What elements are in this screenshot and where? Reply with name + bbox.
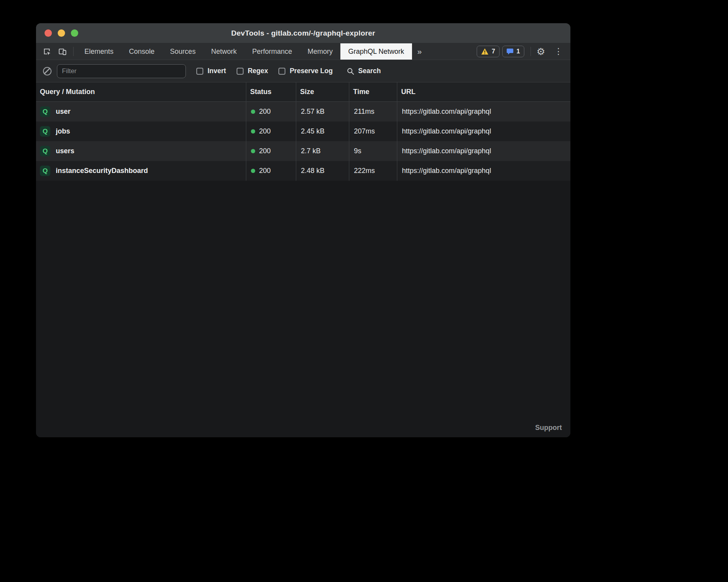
column-header-time[interactable]: Time xyxy=(349,82,397,101)
traffic-lights xyxy=(45,23,78,43)
support-link[interactable]: Support xyxy=(535,424,562,432)
status-code: 200 xyxy=(259,108,271,116)
query-type-badge: Q xyxy=(40,146,50,156)
issue-bubble-icon xyxy=(507,48,513,55)
tab-console[interactable]: Console xyxy=(121,43,162,60)
status-ok-dot xyxy=(251,110,255,114)
checkbox-box xyxy=(237,68,244,75)
status-ok-dot xyxy=(251,149,255,153)
query-cell: Qjobs xyxy=(36,122,246,141)
checkbox-label: Invert xyxy=(208,67,226,75)
inspect-element-icon[interactable] xyxy=(39,43,55,60)
warnings-badge[interactable]: 7 xyxy=(477,46,500,57)
filter-toolbar: Invert Regex Preserve Log Search xyxy=(36,60,570,82)
tab-graphql-network[interactable]: GraphQL Network xyxy=(340,43,412,60)
search-icon xyxy=(347,67,354,75)
time-cell: 211ms xyxy=(349,102,397,122)
time-cell: 222ms xyxy=(349,161,397,181)
checkbox-label: Regex xyxy=(248,67,268,75)
column-header-status[interactable]: Status xyxy=(246,82,296,101)
table-row[interactable]: Qjobs2002.45 kB207mshttps://gitlab.com/a… xyxy=(36,122,570,141)
status-cell: 200 xyxy=(246,122,296,141)
table-row[interactable]: Qusers2002.7 kB9shttps://gitlab.com/api/… xyxy=(36,141,570,161)
tab-memory[interactable]: Memory xyxy=(300,43,340,60)
warning-triangle-icon xyxy=(481,48,489,55)
toolbar-divider xyxy=(73,47,74,56)
column-header-size[interactable]: Size xyxy=(296,82,349,101)
minimize-window-button[interactable] xyxy=(58,29,65,37)
checkbox-box xyxy=(278,68,285,75)
checkbox-box xyxy=(196,68,203,75)
tab-network[interactable]: Network xyxy=(203,43,244,60)
status-code: 200 xyxy=(259,147,271,155)
column-header-url[interactable]: URL xyxy=(397,82,570,101)
settings-gear-icon[interactable]: ⚙ xyxy=(533,43,549,60)
query-cell: QinstanceSecurityDashboard xyxy=(36,161,246,181)
tabbar-spacer xyxy=(427,43,476,60)
zoom-window-button[interactable] xyxy=(71,29,78,37)
kebab-menu-icon[interactable]: ⋮ xyxy=(549,43,568,60)
time-cell: 207ms xyxy=(349,122,397,141)
requests-table: Query / Mutation Status Size Time URL Qu… xyxy=(36,82,570,437)
search-label: Search xyxy=(358,67,381,75)
size-cell: 2.7 kB xyxy=(296,141,349,161)
url-cell: https://gitlab.com/api/graphql xyxy=(397,102,570,122)
status-ok-dot xyxy=(251,169,255,173)
query-name: user xyxy=(56,108,70,116)
request-table-body: Quser2002.57 kB211mshttps://gitlab.com/a… xyxy=(36,102,570,181)
tabbar-right-divider xyxy=(531,47,531,56)
query-type-badge: Q xyxy=(40,166,50,176)
checkbox-label: Preserve Log xyxy=(290,67,333,75)
status-ok-dot xyxy=(251,129,255,134)
table-header: Query / Mutation Status Size Time URL xyxy=(36,82,570,102)
issues-badge[interactable]: 1 xyxy=(502,46,524,57)
table-row[interactable]: QinstanceSecurityDashboard2002.48 kB222m… xyxy=(36,161,570,181)
url-cell: https://gitlab.com/api/graphql xyxy=(397,122,570,141)
issue-count: 1 xyxy=(517,48,520,55)
warning-count: 7 xyxy=(492,48,495,55)
status-badges: 7 1 xyxy=(477,43,524,60)
tab-performance[interactable]: Performance xyxy=(244,43,300,60)
size-cell: 2.48 kB xyxy=(296,161,349,181)
url-cell: https://gitlab.com/api/graphql xyxy=(397,161,570,181)
more-tabs-button[interactable]: » xyxy=(412,43,428,60)
window-title: DevTools - gitlab.com/-/graphql-explorer xyxy=(231,29,375,38)
size-cell: 2.57 kB xyxy=(296,102,349,122)
tab-strip: ElementsConsoleSourcesNetworkPerformance… xyxy=(77,43,412,60)
block-icon xyxy=(43,67,52,75)
url-cell: https://gitlab.com/api/graphql xyxy=(397,141,570,161)
close-window-button[interactable] xyxy=(45,29,52,37)
clear-requests-icon[interactable] xyxy=(43,67,52,75)
query-cell: Qusers xyxy=(36,141,246,161)
titlebar: DevTools - gitlab.com/-/graphql-explorer xyxy=(36,23,570,43)
tab-sources[interactable]: Sources xyxy=(162,43,203,60)
filter-input[interactable] xyxy=(57,64,186,78)
query-type-badge: Q xyxy=(40,106,50,117)
query-name: users xyxy=(56,147,74,155)
status-code: 200 xyxy=(259,167,271,175)
column-header-query[interactable]: Query / Mutation xyxy=(36,82,246,101)
device-toolbar-icon[interactable] xyxy=(55,43,70,60)
invert-checkbox[interactable]: Invert xyxy=(196,67,226,75)
status-code: 200 xyxy=(259,127,271,135)
query-type-badge: Q xyxy=(40,126,50,137)
preserve-log-checkbox[interactable]: Preserve Log xyxy=(278,67,333,75)
query-name: instanceSecurityDashboard xyxy=(56,167,148,175)
table-row[interactable]: Quser2002.57 kB211mshttps://gitlab.com/a… xyxy=(36,102,570,122)
query-name: jobs xyxy=(56,127,70,135)
query-cell: Quser xyxy=(36,102,246,122)
time-cell: 9s xyxy=(349,141,397,161)
size-cell: 2.45 kB xyxy=(296,122,349,141)
devtools-window: DevTools - gitlab.com/-/graphql-explorer… xyxy=(36,23,570,437)
tab-elements[interactable]: Elements xyxy=(77,43,121,60)
status-cell: 200 xyxy=(246,102,296,122)
search-button[interactable]: Search xyxy=(347,67,381,75)
status-cell: 200 xyxy=(246,141,296,161)
devtools-tabbar: ElementsConsoleSourcesNetworkPerformance… xyxy=(36,43,570,60)
regex-checkbox[interactable]: Regex xyxy=(237,67,268,75)
status-cell: 200 xyxy=(246,161,296,181)
